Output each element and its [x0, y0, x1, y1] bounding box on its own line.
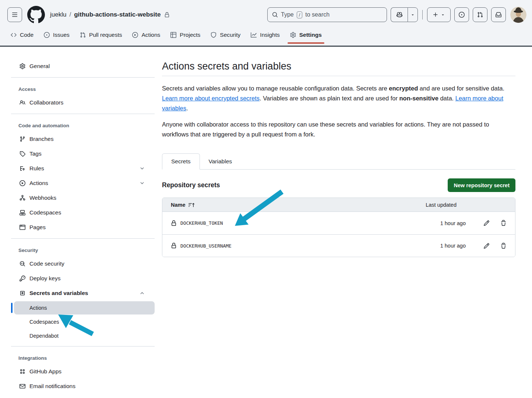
new-repository-secret-button[interactable]: New repository secret: [448, 178, 515, 192]
sidebar-item-deploy-keys[interactable]: Deploy keys: [11, 271, 155, 286]
apps-icon: [20, 369, 25, 374]
sidebar-item-actions[interactable]: Actions: [11, 176, 155, 191]
tab-label: Pull requests: [89, 32, 122, 38]
sidebar-item-rules[interactable]: Rules: [11, 161, 155, 176]
bold-text: encrypted: [389, 85, 418, 92]
copilot-button[interactable]: [391, 7, 408, 22]
tab-security[interactable]: Security: [207, 26, 244, 44]
tab-actions[interactable]: Actions: [129, 26, 163, 44]
sidebar-item-label: Pages: [29, 224, 46, 231]
pull-requests-dashboard-button[interactable]: [473, 7, 487, 22]
sidebar-subitem-codespaces[interactable]: Codespaces: [14, 315, 155, 328]
search-icon: [272, 12, 278, 18]
tab-secrets[interactable]: Secrets: [162, 153, 200, 170]
sidebar-item-codespaces[interactable]: Codespaces: [11, 205, 155, 220]
tab-settings[interactable]: Settings: [287, 26, 325, 44]
text: data.: [438, 95, 455, 102]
mail-icon: [20, 383, 25, 389]
column-header-last-updated: Last updated: [424, 202, 457, 208]
sidebar-subitem-label: Dependabot: [29, 333, 59, 339]
sidebar-item-github-apps[interactable]: GitHub Apps: [11, 364, 155, 379]
sidebar-subitem-actions[interactable]: Actions: [14, 301, 155, 315]
breadcrumb: jueklu / github-actions-static-website: [50, 11, 170, 18]
sidebar-item-general[interactable]: General: [11, 59, 155, 74]
section-header-row: Repository secrets New repository secret: [162, 178, 515, 192]
pencil-icon: [483, 220, 490, 226]
sidebar-subitem-dependabot[interactable]: Dependabot: [14, 329, 155, 342]
edit-secret-button[interactable]: [483, 220, 490, 226]
issues-dashboard-button[interactable]: [454, 7, 469, 22]
copilot-icon: [397, 12, 402, 18]
delete-secret-button[interactable]: [500, 243, 507, 249]
sidebar-item-branches[interactable]: Branches: [11, 132, 155, 146]
sidebar-item-secrets-and-variables[interactable]: Secrets and variables: [11, 286, 155, 301]
sidebar-item-collaborators[interactable]: Collaborators: [11, 95, 155, 110]
lock-icon: [171, 243, 177, 249]
sidebar-item-label: GitHub Apps: [29, 368, 61, 375]
rules-icon: [20, 166, 25, 171]
sidebar-item-tags[interactable]: Tags: [11, 146, 155, 161]
plus-icon: [433, 12, 438, 18]
slash-key-hint: /: [297, 11, 303, 18]
play-icon: [132, 32, 138, 38]
pencil-icon: [483, 243, 490, 249]
delete-secret-button[interactable]: [500, 220, 507, 226]
sidebar-subitem-label: Codespaces: [29, 319, 59, 325]
search-input[interactable]: Type / to search: [267, 7, 387, 22]
private-repo-lock-icon: [164, 12, 170, 18]
tab-pull-requests[interactable]: Pull requests: [77, 26, 126, 44]
sidebar-subitems: Actions Codespaces Dependabot: [14, 301, 155, 342]
browser-icon: [20, 224, 25, 230]
github-logo[interactable]: [27, 6, 45, 24]
create-new-button[interactable]: [427, 7, 451, 22]
codescan-icon: [20, 261, 25, 267]
repository-secrets-heading: Repository secrets: [162, 181, 220, 189]
issue-opened-icon: [459, 12, 465, 18]
play-icon: [20, 180, 25, 186]
secret-last-updated: 1 hour ago: [429, 220, 466, 226]
chevron-up-icon: [140, 291, 145, 296]
text: and are used for sensitive data.: [418, 85, 504, 92]
sidebar-item-label: General: [29, 63, 50, 70]
breadcrumb-repo-link[interactable]: github-actions-static-website: [74, 11, 161, 18]
sidebar-item-pages[interactable]: Pages: [11, 220, 155, 235]
tab-label: Issues: [53, 32, 70, 38]
hamburger-menu-button[interactable]: [7, 7, 22, 22]
tab-label: Insights: [260, 32, 279, 38]
tab-insights[interactable]: Insights: [247, 26, 283, 44]
sidebar-item-webhooks[interactable]: Webhooks: [11, 191, 155, 205]
sidebar-divider: [11, 346, 155, 347]
pull-request-icon: [80, 32, 86, 38]
table-row: DOCKERHUB_TOKEN 1 hour ago: [162, 212, 515, 234]
sidebar-section-header-security: Security: [11, 242, 155, 256]
tab-projects[interactable]: Projects: [167, 26, 204, 44]
kv-icon: [20, 290, 25, 296]
row-actions: [469, 220, 507, 226]
link-learn-more-about-encrypted-secrets[interactable]: Learn more about encrypted secrets: [162, 95, 260, 102]
edit-secret-button[interactable]: [483, 243, 490, 249]
sidebar-section-header-code-and-automation: Code and automation: [11, 118, 155, 132]
webhook-icon: [20, 195, 25, 201]
tab-label: Projects: [180, 32, 200, 38]
triangle-down-icon: [411, 13, 415, 17]
sidebar-item-email-notifications[interactable]: Email notifications: [11, 379, 155, 394]
lock-icon: [171, 220, 177, 226]
sort-ascending-icon[interactable]: [189, 202, 194, 208]
copilot-dropdown-button[interactable]: [408, 7, 418, 22]
avatar[interactable]: [510, 7, 526, 23]
inbox-icon: [496, 12, 501, 18]
secret-name: DOCKERHUB_TOKEN: [180, 220, 223, 226]
secrets-variables-tabnav: SecretsVariables: [162, 152, 515, 170]
sidebar-item-label: Secrets and variables: [29, 290, 88, 296]
secret-last-updated: 1 hour ago: [429, 243, 466, 249]
tab-issues[interactable]: Issues: [40, 26, 73, 44]
sidebar-item-code-security[interactable]: Code security: [11, 256, 155, 271]
tab-variables[interactable]: Variables: [200, 154, 241, 169]
breadcrumb-owner-link[interactable]: jueklu: [50, 11, 66, 18]
name-column-label: Name: [171, 202, 186, 208]
secrets-table: Name Last updated DOCKERHUB_TOKEN 1 hour…: [162, 198, 515, 257]
sidebar-item-label: Email notifications: [29, 383, 75, 390]
tab-code[interactable]: Code: [7, 26, 37, 44]
issue-icon: [44, 32, 50, 38]
inbox-button[interactable]: [491, 7, 506, 22]
